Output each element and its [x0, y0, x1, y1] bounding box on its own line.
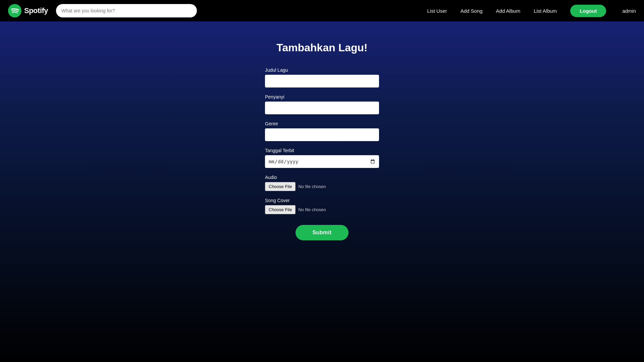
submit-button[interactable]: Submit	[296, 225, 348, 240]
audio-file-wrapper: Choose File No file chosen	[265, 182, 379, 191]
genre-label: Genre	[265, 121, 379, 126]
audio-choose-file-button[interactable]: Choose File	[265, 182, 296, 191]
audio-file-chosen-text: No file chosen	[298, 184, 326, 189]
song-cover-file-wrapper: Choose File No file chosen	[265, 205, 379, 214]
genre-input[interactable]	[265, 128, 379, 141]
nav-add-album[interactable]: Add Album	[496, 8, 521, 14]
penyanyi-input[interactable]	[265, 102, 379, 114]
song-cover-file-chosen-text: No file chosen	[298, 207, 326, 212]
penyanyi-label: Penyanyi	[265, 94, 379, 100]
judul-lagu-group: Judul Lagu	[265, 67, 379, 87]
navbar: Spotify List User Add Song Add Album Lis…	[0, 0, 644, 21]
nav-list-user[interactable]: List User	[427, 8, 447, 14]
genre-group: Genre	[265, 121, 379, 141]
song-cover-choose-file-button[interactable]: Choose File	[265, 205, 296, 214]
spotify-logo-icon	[8, 4, 21, 17]
tanggal-terbit-label: Tanggal Terbit	[265, 148, 379, 153]
form-title: Tambahkan Lagu!	[265, 42, 379, 54]
brand-name: Spotify	[24, 6, 48, 15]
navbar-nav: List User Add Song Add Album List Album …	[427, 5, 636, 17]
tanggal-terbit-group: Tanggal Terbit	[265, 148, 379, 168]
navbar-username: admin	[622, 8, 636, 14]
logout-button[interactable]: Logout	[570, 5, 606, 17]
song-cover-label: Song Cover	[265, 198, 379, 203]
add-song-form: Tambahkan Lagu! Judul Lagu Penyanyi Genr…	[265, 42, 379, 240]
main-content: Tambahkan Lagu! Judul Lagu Penyanyi Genr…	[0, 21, 644, 240]
tanggal-terbit-input[interactable]	[265, 155, 379, 168]
nav-add-song[interactable]: Add Song	[461, 8, 483, 14]
nav-list-album[interactable]: List Album	[534, 8, 557, 14]
audio-group: Audio Choose File No file chosen	[265, 175, 379, 191]
song-cover-group: Song Cover Choose File No file chosen	[265, 198, 379, 214]
penyanyi-group: Penyanyi	[265, 94, 379, 114]
navbar-logo[interactable]: Spotify	[8, 4, 48, 17]
judul-lagu-label: Judul Lagu	[265, 67, 379, 73]
audio-label: Audio	[265, 175, 379, 180]
search-input[interactable]	[56, 4, 197, 17]
judul-lagu-input[interactable]	[265, 75, 379, 87]
